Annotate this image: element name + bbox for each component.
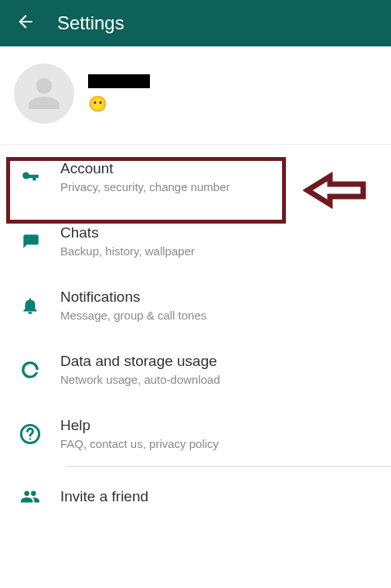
settings-item-subtitle: Network usage, auto-download [60, 373, 220, 386]
settings-item-data[interactable]: Data and storage usage Network usage, au… [0, 337, 391, 402]
avatar [14, 63, 74, 124]
key-icon [14, 167, 46, 187]
settings-item-title: Data and storage usage [60, 353, 220, 370]
data-usage-icon [14, 360, 46, 380]
chat-icon [14, 231, 46, 251]
settings-item-title: Help [60, 417, 219, 434]
app-header: Settings [0, 0, 391, 46]
settings-item-title: Chats [60, 224, 195, 241]
back-arrow-icon[interactable] [15, 12, 36, 35]
profile-row[interactable]: 😶 [0, 46, 391, 145]
help-icon [14, 423, 46, 445]
settings-item-account[interactable]: Account Privacy, security, change number [0, 145, 391, 209]
profile-info: 😶 [88, 74, 150, 113]
bell-icon [14, 296, 46, 316]
svg-point-1 [29, 438, 31, 439]
settings-item-subtitle: Message, group & call tones [60, 309, 206, 322]
settings-item-title: Invite a friend [60, 488, 148, 505]
settings-item-subtitle: Backup, history, wallpaper [60, 244, 195, 258]
settings-item-subtitle: Privacy, security, change number [60, 180, 230, 193]
profile-name-redacted [88, 74, 150, 88]
settings-item-subtitle: FAQ, contact us, privacy policy [60, 437, 219, 450]
settings-item-notifications[interactable]: Notifications Message, group & call tone… [0, 273, 391, 337]
settings-item-title: Account [60, 160, 230, 177]
page-title: Settings [57, 12, 124, 34]
settings-item-chats[interactable]: Chats Backup, history, wallpaper [0, 209, 391, 273]
settings-item-help[interactable]: Help FAQ, contact us, privacy policy [0, 402, 391, 466]
settings-item-invite[interactable]: Invite a friend [0, 467, 391, 528]
profile-status-emoji: 😶 [88, 94, 150, 113]
settings-list: Account Privacy, security, change number… [0, 145, 391, 528]
settings-item-title: Notifications [60, 289, 206, 306]
people-icon [14, 487, 46, 507]
